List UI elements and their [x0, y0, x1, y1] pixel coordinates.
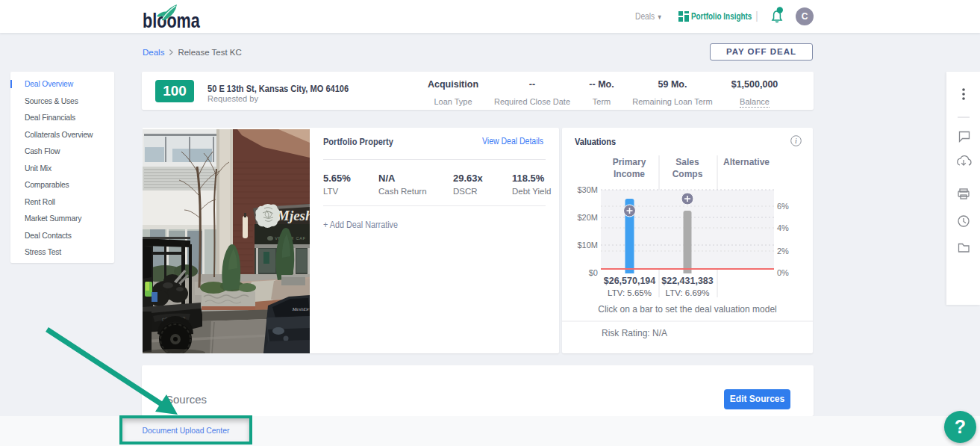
svg-text:Click on a bar to set the deal: Click on a bar to set the deal valuation…: [598, 304, 776, 315]
svg-text:0%: 0%: [777, 268, 789, 277]
svg-text:$20M: $20M: [577, 213, 598, 222]
svg-text:$10M: $10M: [577, 241, 598, 250]
svg-text:Mјesh: Mјesh: [276, 208, 310, 223]
svg-text:Primary: Primary: [613, 157, 646, 167]
svg-text:$22,431,383: $22,431,383: [661, 276, 714, 286]
svg-text:Income: Income: [614, 169, 645, 179]
svg-text:2%: 2%: [777, 247, 789, 255]
svg-text:Alternative: Alternative: [723, 157, 770, 167]
svg-text:Risk Rating: N/A: Risk Rating: N/A: [602, 328, 667, 338]
svg-text:Sales: Sales: [675, 157, 699, 167]
svg-text:$0: $0: [589, 268, 598, 277]
svg-text:$26,570,194: $26,570,194: [604, 276, 656, 286]
svg-text:i: i: [795, 137, 797, 145]
svg-text:MeshDr: MeshDr: [292, 306, 310, 312]
svg-text:$30M: $30M: [577, 185, 598, 194]
svg-text:LTV: 6.69%: LTV: 6.69%: [666, 288, 710, 297]
svg-text:LTV: 5.65%: LTV: 5.65%: [608, 288, 652, 297]
svg-text:Comps: Comps: [672, 169, 703, 179]
svg-text:6%: 6%: [777, 202, 789, 211]
svg-text:4%: 4%: [777, 223, 789, 232]
